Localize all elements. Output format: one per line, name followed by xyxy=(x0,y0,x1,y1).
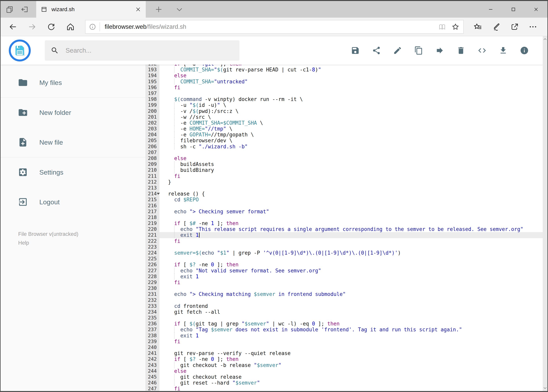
web-note-pen-icon[interactable] xyxy=(492,22,501,32)
sidebar-item-logout[interactable]: Logout xyxy=(0,187,145,217)
code-line[interactable]: 234 git fetch --all xyxy=(145,309,548,315)
sidebar-item-new-file[interactable]: New file xyxy=(0,127,145,157)
forward-button[interactable] xyxy=(28,22,37,31)
tab-list-chevron-icon[interactable] xyxy=(174,4,185,14)
home-button[interactable] xyxy=(66,22,75,31)
code-line[interactable]: 214release () { xyxy=(145,191,548,197)
tab-preview-icon[interactable] xyxy=(5,4,15,14)
code-line[interactable]: 235 xyxy=(145,315,548,321)
code-line[interactable]: 207 xyxy=(145,149,548,155)
code-line[interactable]: 224 semver=$(echo "$1" | grep -P '^v(0|[… xyxy=(145,250,548,256)
code-line[interactable]: 217 echo "> Checking semver format" xyxy=(145,209,548,215)
code-line[interactable]: 216 xyxy=(145,203,548,209)
code-line[interactable]: 219 if [ $# -ne 1 ]; then xyxy=(145,220,548,226)
sidebar-item-new-folder[interactable]: New folder xyxy=(0,98,145,127)
code-line[interactable]: 208 else xyxy=(145,155,548,161)
code-line[interactable]: 223 xyxy=(145,244,548,250)
code-line[interactable]: 241 git rev-parse --verify --quiet relea… xyxy=(145,350,548,356)
url-text[interactable]: filebrowser.web/files/wizard.sh xyxy=(105,23,186,30)
code-line[interactable]: 194 else xyxy=(145,73,548,78)
code-line[interactable]: 236 if [ $(git tag | grep "$semver" | wc… xyxy=(145,321,548,327)
share-icon[interactable] xyxy=(510,22,519,32)
code-line[interactable]: 202 -e COMMIT_SHA=$COMMIT_SHA \ xyxy=(145,120,548,126)
help-link[interactable]: Help xyxy=(18,238,145,247)
code-line[interactable]: 222 fi xyxy=(145,238,548,244)
code-line[interactable]: 210 buildBinary xyxy=(145,167,548,173)
copy-button[interactable] xyxy=(414,46,423,55)
code-line[interactable]: 229 fi xyxy=(145,280,548,285)
code-line[interactable]: 233 cd frontend xyxy=(145,303,548,309)
site-info-icon[interactable] xyxy=(89,23,96,30)
minimize-button[interactable] xyxy=(479,1,502,18)
scroll-down-icon[interactable] xyxy=(543,387,547,389)
code-line[interactable]: 245 git checkout release xyxy=(145,374,548,380)
reading-view-icon[interactable] xyxy=(438,23,446,31)
page-scrollbar[interactable] xyxy=(543,36,548,391)
hub-favorites-icon[interactable] xyxy=(473,22,482,32)
sidebar-item-my-files[interactable]: My files xyxy=(0,68,145,98)
code-line[interactable]: 247 fi xyxy=(145,386,548,391)
code-line[interactable]: 232 xyxy=(145,297,548,303)
code-line[interactable]: 203 -e HOME="//tmp" \ xyxy=(145,126,548,132)
code-line[interactable]: 209 buildAssets xyxy=(145,161,548,167)
code-editor[interactable]: 192 if [ -d ".git" ]; then193 COMMIT_SHA… xyxy=(145,65,548,391)
code-line[interactable]: 212} xyxy=(145,179,548,185)
code-line[interactable]: 205 filebrowser/dev \ xyxy=(145,138,548,143)
code-line[interactable]: 228 exit 1 xyxy=(145,273,548,280)
code-line[interactable]: 221 exit 1 xyxy=(145,232,548,238)
code-line[interactable]: 197 xyxy=(145,91,548,96)
code-line[interactable]: 243 git checkout -b release "$semver" xyxy=(145,362,548,368)
code-line[interactable]: 201 -w //src \ xyxy=(145,114,548,120)
code-line[interactable]: 231 echo "> Checking matching $semver in… xyxy=(145,291,548,297)
code-line[interactable]: 244 else xyxy=(145,368,548,374)
refresh-button[interactable] xyxy=(47,22,56,31)
tab-close-icon[interactable] xyxy=(135,7,141,12)
code-line[interactable]: 192 if [ -d ".git" ]; then xyxy=(145,65,548,67)
code-line[interactable]: 198 $(command -v winpty) docker run --rm… xyxy=(145,96,548,102)
code-line[interactable]: 239 fi xyxy=(145,339,548,344)
code-line[interactable]: 204 -e GOPATH=//tmp/gopath \ xyxy=(145,132,548,138)
code-button[interactable] xyxy=(478,46,486,55)
code-line[interactable]: 200 -v /$(pwd):/src:z \ xyxy=(145,108,548,114)
scroll-up-icon[interactable] xyxy=(543,38,547,41)
code-line[interactable]: 230 xyxy=(145,285,548,291)
code-line[interactable]: 218 xyxy=(145,215,548,220)
code-line[interactable]: 215 cd $REPO xyxy=(145,197,548,203)
edit-button[interactable] xyxy=(393,46,402,55)
maximize-button[interactable] xyxy=(502,1,525,18)
info-button[interactable] xyxy=(520,46,529,55)
code-line[interactable]: 196 fi xyxy=(145,84,548,91)
share-button[interactable] xyxy=(372,46,381,55)
browser-tab[interactable]: wizard.sh xyxy=(36,1,146,18)
address-bar[interactable]: filebrowser.web/files/wizard.sh xyxy=(85,20,464,34)
code-line[interactable]: 242 if [ $? -ne 0 ]; then xyxy=(145,356,548,362)
code-line[interactable]: 220 echo "This release script requires a… xyxy=(145,226,548,232)
code-line[interactable]: 226 if [ $? -ne 0 ]; then xyxy=(145,262,548,267)
sidebar-item-settings[interactable]: Settings xyxy=(0,157,145,187)
code-line[interactable]: 246 git reset --hard "$semver" xyxy=(145,380,548,386)
close-button[interactable] xyxy=(525,1,548,18)
code-line[interactable]: 237 echo "Tag $semver does not exist in … xyxy=(145,327,548,333)
save-button[interactable] xyxy=(351,46,360,55)
code-line[interactable]: 193 COMMIT_SHA="$(git rev-parse HEAD | c… xyxy=(145,67,548,73)
code-line[interactable]: 211 fi xyxy=(145,173,548,179)
search-input[interactable] xyxy=(66,47,234,54)
move-button[interactable] xyxy=(435,46,444,55)
code-line[interactable]: 199 -u "$(id -u)" \ xyxy=(145,102,548,108)
ellipsis-menu-icon[interactable] xyxy=(528,22,538,32)
code-line[interactable]: 238 exit 1 xyxy=(145,333,548,339)
add-favorite-star-icon[interactable] xyxy=(451,23,459,31)
code-line[interactable]: 227 echo "Not valid semver format. See s… xyxy=(145,268,548,273)
code-line[interactable]: 240 xyxy=(145,344,548,350)
download-button[interactable] xyxy=(499,46,508,55)
code-line[interactable]: 225 xyxy=(145,256,548,262)
new-tab-button[interactable] xyxy=(153,4,164,14)
code-line[interactable]: 195 COMMIT_SHA="untracked" xyxy=(145,79,548,84)
code-line[interactable]: 213 xyxy=(145,185,548,191)
code-line[interactable]: 206 sh -c "./wizard.sh -b" xyxy=(145,144,548,149)
back-button[interactable] xyxy=(8,22,17,31)
filebrowser-logo-icon[interactable] xyxy=(9,40,31,62)
set-tabs-aside-icon[interactable] xyxy=(20,4,30,14)
search-box[interactable] xyxy=(45,40,239,61)
delete-button[interactable] xyxy=(457,46,465,55)
